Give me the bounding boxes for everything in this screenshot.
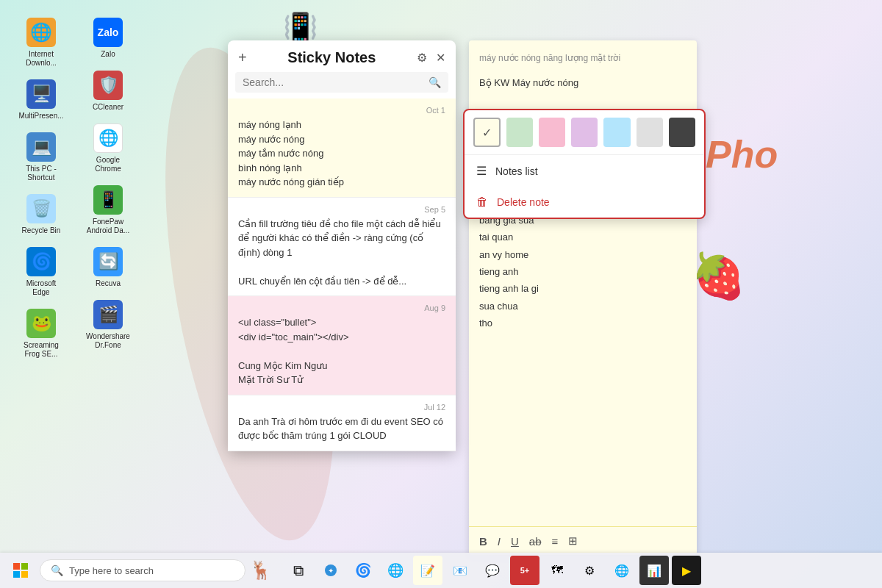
color-blue[interactable] <box>603 118 630 147</box>
note-item-3[interactable]: Aug 9 <ul class="bullet"> <div id="toc_m… <box>228 296 456 395</box>
windows-logo-icon <box>13 563 28 578</box>
pho-text: Pho <box>706 132 778 176</box>
chrome-taskbar-button[interactable]: 🌐 <box>381 556 410 585</box>
color-gray[interactable] <box>637 118 663 147</box>
copilot-button[interactable]: ✦ <box>316 556 345 585</box>
delete-note-menu-item[interactable]: 🗑 Delete note <box>465 187 704 218</box>
app8-taskbar[interactable]: ▶ <box>672 556 701 585</box>
maps-taskbar[interactable]: 🗺 <box>542 556 572 585</box>
note-content: Da anh Trà ơi hôm trước em đi du event S… <box>238 415 445 443</box>
desktop-icon-label: GoogleChrome <box>95 156 121 173</box>
desktop-icon-zalo[interactable]: Zalo Zalo <box>82 15 135 62</box>
note-content: Cần fill trường tiêu đề cho file một các… <box>238 217 445 289</box>
copilot-icon: ✦ <box>323 563 338 578</box>
svg-rect-1 <box>21 563 28 570</box>
color-picker-row: ✓ <box>465 110 704 155</box>
desktop-icon-screaming-frog[interactable]: 🐸 ScreamingFrog SE... <box>15 306 68 362</box>
outlook-taskbar[interactable]: 📧 <box>445 556 475 585</box>
add-note-button[interactable]: + <box>238 49 247 66</box>
desktop-icon-internet-download[interactable]: 🌐 InternetDownlo... <box>15 15 68 71</box>
notes-list-menu-item[interactable]: ☰ Notes list <box>465 155 704 187</box>
svg-rect-3 <box>21 571 28 578</box>
strikethrough-button[interactable]: ab <box>529 535 542 548</box>
line-taskbar[interactable]: 💬 <box>478 556 507 585</box>
svg-text:✦: ✦ <box>328 567 334 575</box>
list-button[interactable]: ≡ <box>552 535 559 548</box>
panel-actions: ⚙ ✕ <box>417 51 445 65</box>
panel-title: Sticky Notes <box>287 49 376 66</box>
svg-rect-2 <box>13 571 20 578</box>
list-menu-icon: ☰ <box>476 164 487 178</box>
note-date: Jul 12 <box>238 403 445 412</box>
note-content: <ul class="bullet"> <div id="toc_main"><… <box>238 315 445 387</box>
taskbar: 🔍 Type here to search 🦌 ⧉ ✦ 🌀 🌐 📝 📧 💬 5+… <box>0 553 882 588</box>
color-dark[interactable] <box>669 118 695 147</box>
notes-list-label: Notes list <box>495 165 538 177</box>
desktop-icon-ccleaner[interactable]: 🛡️ CCleaner <box>82 68 135 115</box>
context-menu: ✓ ☰ Notes list 🗑 Delete note <box>463 109 706 219</box>
svg-rect-0 <box>13 563 20 570</box>
note-item-4[interactable]: Jul 12 Da anh Trà ơi hôm trước em đi du … <box>228 395 456 451</box>
sticky-notes-taskbar[interactable]: 📝 <box>413 556 442 585</box>
desktop-icon-recycle-bin[interactable]: 🗑️ Recycle Bin <box>15 191 68 238</box>
desktop-icon-label: Zalo <box>101 50 115 59</box>
sticky-notes-panel: + Sticky Notes ⚙ ✕ 🔍 Oct 1 máy nóng lạnh… <box>228 40 456 451</box>
note-detail-preview-title: máy nước nóng năng lượng mặt trời <box>479 51 686 67</box>
desktop-icon-label: InternetDownlo... <box>26 50 57 68</box>
desktop-icons-area: 🌐 InternetDownlo... 🖥️ MultiPresen... 💻 … <box>15 15 146 362</box>
search-bar[interactable]: 🔍 <box>235 72 448 93</box>
note-item-2[interactable]: Sep 5 Cần fill trường tiêu đề cho file m… <box>228 198 456 297</box>
desktop-icon-edge[interactable]: 🌀 MicrosoftEdge <box>15 244 68 300</box>
color-purple[interactable] <box>571 118 598 147</box>
app-6-taskbar[interactable]: 5+ <box>510 556 539 585</box>
taskbar-search[interactable]: 🔍 Type here to search <box>40 559 245 581</box>
desktop-icon-multipresenter[interactable]: 🖥️ MultiPresen... <box>15 76 68 123</box>
checkmark-icon: ✓ <box>482 126 492 140</box>
desktop-icon-label: WondershareDr.Fone <box>86 332 130 350</box>
app7-taskbar[interactable]: 📊 <box>639 556 669 585</box>
search-input[interactable] <box>243 76 429 88</box>
color-yellow[interactable]: ✓ <box>473 118 501 147</box>
note-date: Oct 1 <box>238 106 445 115</box>
desktop-icon-label: Recuva <box>96 279 121 288</box>
taskbar-apps: ⧉ ✦ 🌀 🌐 📝 📧 💬 5+ 🗺 ⚙ 🌐 📊 ▶ <box>284 556 701 585</box>
note-date: Sep 5 <box>238 205 445 214</box>
chrome2-taskbar[interactable]: 🌐 <box>607 556 637 585</box>
search-icon: 🔍 <box>429 76 441 88</box>
color-green[interactable] <box>506 118 533 147</box>
color-pink[interactable] <box>539 118 565 147</box>
desktop-icon-label: ScreamingFrog SE... <box>24 341 59 359</box>
note-item-1[interactable]: Oct 1 máy nóng lạnh máy nước nóng máy tắ… <box>228 98 456 198</box>
settings-taskbar[interactable]: ⚙ <box>575 556 604 585</box>
viber-icon[interactable]: 📳 <box>283 11 318 43</box>
desktop-icon-label: MicrosoftEdge <box>26 279 57 297</box>
desktop-icon-fonepass[interactable]: 📱 FonePawAndroid Da... <box>82 182 135 238</box>
strawberry-decoration: 🍓 <box>691 250 746 302</box>
note-detail-toolbar: B I U ab ≡ ⊞ <box>469 526 697 555</box>
italic-button[interactable]: I <box>498 535 501 548</box>
desktop-icon-label: FonePawAndroid Da... <box>87 218 129 235</box>
trash-icon: 🗑 <box>476 196 488 209</box>
desktop-icon-chrome[interactable]: 🌐 GoogleChrome <box>82 121 135 176</box>
bold-button[interactable]: B <box>479 535 487 548</box>
note-date: Aug 9 <box>238 304 445 312</box>
close-icon[interactable]: ✕ <box>436 51 445 65</box>
image-button[interactable]: ⊞ <box>568 534 578 548</box>
desktop-icon-label: CCleaner <box>93 103 123 112</box>
notes-list: Oct 1 máy nóng lạnh máy nước nóng máy tắ… <box>228 98 456 451</box>
desktop-icon-wondershare[interactable]: 🎬 WondershareDr.Fone <box>82 297 135 353</box>
moose-icon: 🦌 <box>250 560 272 581</box>
settings-icon[interactable]: ⚙ <box>417 51 427 65</box>
underline-button[interactable]: U <box>511 535 519 548</box>
desktop-icon-this-pc[interactable]: 💻 This PC -Shortcut <box>15 129 68 185</box>
desktop-icon-label: MultiPresen... <box>18 112 63 121</box>
taskbar-search-text: Type here to search <box>69 565 154 576</box>
task-view-button[interactable]: ⧉ <box>284 556 313 585</box>
desktop-icon-recuva[interactable]: 🔄 Recuva <box>82 244 135 291</box>
desktop-icon-label: This PC -Shortcut <box>26 165 57 182</box>
edge-taskbar-button[interactable]: 🌀 <box>348 556 378 585</box>
panel-header: + Sticky Notes ⚙ ✕ <box>228 40 456 72</box>
desktop-icon-label: Recycle Bin <box>22 226 61 235</box>
taskbar-search-icon: 🔍 <box>51 564 63 576</box>
start-button[interactable] <box>6 556 35 585</box>
